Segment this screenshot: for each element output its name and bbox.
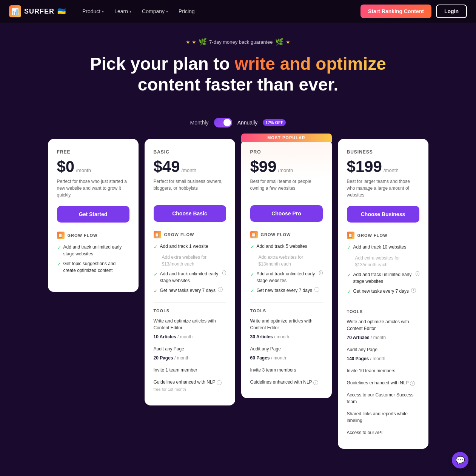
plan-name-business: BUSINESS [347,149,419,155]
tools-api-business: Access to our API [347,429,419,436]
start-ranking-button[interactable]: Start Ranking Content [360,5,431,18]
info-icon: i [217,380,222,385]
info-icon: i [313,380,318,385]
feature-item: ✓ Get new tasks every 7 days i [347,288,419,296]
check-icon: ✓ [57,261,61,268]
check-icon: ✓ [250,287,254,295]
tools-item: Audit any Page [347,346,419,353]
feature-item: ✓ Get new tasks every 7 days i [154,287,226,295]
grow-flow-icon: 📋 [57,232,65,239]
feature-item-disabled: Add extra websites for $13/month each [250,254,323,267]
logo[interactable]: 📊 SURFER 🇺🇦 [9,5,66,17]
nav-item-learn[interactable]: Learn ▾ [110,5,136,17]
billing-toggle-switch[interactable] [214,118,232,127]
divider [250,302,323,302]
tools-nlp-basic: Guidelines enhanced with NLP i free for … [154,379,226,393]
info-icon: i [416,271,419,276]
plan-card-basic: BASIC $49 /month Perfect for small busin… [145,139,235,405]
choose-business-button[interactable]: Choose Business [347,206,419,223]
info-icon: i [222,270,226,275]
check-icon: ✓ [347,288,351,296]
divider [154,302,226,302]
choose-pro-button[interactable]: Choose Pro [250,205,323,222]
feature-item: ✓ Add and track unlimited early stage we… [347,271,419,285]
tools-label-business: TOOLS [347,309,419,314]
check-icon: ✓ [250,271,254,278]
check-icon: ✓ [154,271,158,278]
plan-name-basic: BASIC [154,149,226,155]
feature-item: ✓ Get new tasks every 7 days i [250,287,323,295]
info-icon: i [314,287,319,292]
laurel-right-icon: 🌿 [275,38,283,46]
check-icon: ✓ [154,243,158,251]
info-icon: i [410,381,415,386]
divider [347,303,419,303]
check-icon: ✓ [347,272,351,279]
info-icon: i [411,288,416,293]
feature-item: ✓ Add and track unlimited early stage we… [250,270,323,284]
nav-item-product[interactable]: Product ▾ [78,5,108,17]
feature-item: ✓ Add and track 5 websites [250,243,323,251]
feature-item: ✓ Add and track unlimited early stage we… [154,270,226,284]
tools-articles-pro: 30 Articles / month [250,333,323,340]
tools-pages-pro: 60 Pages / month [250,355,323,361]
feature-item-disabled: Add extra websites for $13/month each [347,255,419,268]
chevron-down-icon: ▾ [129,9,131,14]
nav-item-company[interactable]: Company ▾ [137,5,173,17]
feature-item: ✓ Add and track unlimited early stage we… [57,244,129,257]
tools-team-basic: Invite 1 team member [154,367,226,373]
navbar: 📊 SURFER 🇺🇦 Product ▾ Learn ▾ Company ▾ … [0,0,476,23]
grow-flow-icon: 📋 [154,231,161,238]
plan-price-basic: $49 /month [154,158,226,176]
tools-success-business: Access to our Customer Success team [347,392,419,405]
grow-flow-icon: 📋 [347,232,354,239]
nav-item-pricing[interactable]: Pricing [174,5,199,17]
money-back-guarantee: ★ ★ 🌿 7-day money back guarantee 🌿 ★ [8,38,468,46]
choose-basic-button[interactable]: Choose Basic [154,205,226,222]
logo-text: SURFER [24,8,54,15]
grow-flow-label-basic: 📋 GROW FLOW [154,231,226,238]
tools-pages-business: 140 Pages / month [347,355,419,362]
hero-title: Pick your plan to write and optimize con… [8,54,468,95]
grow-flow-label-free: 📋 GROW FLOW [57,232,129,239]
plan-card-free: FREE $0 /month Perfect for those who jus… [48,139,139,292]
feature-list-basic: ✓ Add and track 1 website Add extra webs… [154,243,226,295]
feature-item: ✓ Add and track 1 website [154,243,226,251]
free-tag: free for 1st month [154,386,226,393]
billing-toggle: Monthly Annually 17% OFF [0,118,476,127]
tools-item: Write and optimize articles with Content… [250,318,323,331]
plan-name-free: FREE [57,149,129,155]
chat-icon: 💬 [456,456,465,465]
tools-nlp-business: Guidelines enhanced with NLP i [347,379,419,386]
tools-label-pro: TOOLS [250,309,323,313]
tools-pages-basic: 20 Pages / month [154,355,226,361]
plan-price-free: $0 /month [57,158,129,176]
tools-item: Write and optimize articles with Content… [154,318,226,331]
plan-card-business: BUSINESS $199 /month Best for larger tea… [338,139,428,449]
hero-section: ★ ★ 🌿 7-day money back guarantee 🌿 ★ Pic… [0,23,476,106]
feature-list-business: ✓ Add and track 10 websites Add extra we… [347,244,419,295]
monthly-label: Monthly [190,120,209,126]
plan-price-pro: $99 /month [250,158,323,176]
chat-bubble-button[interactable]: 💬 [452,452,468,468]
feature-item-disabled: Add extra websites for $13/month each [154,254,226,267]
grow-flow-label-pro: 📋 GROW FLOW [250,231,323,238]
plan-desc-pro: Best for small teams or people owning a … [250,178,323,198]
login-button[interactable]: Login [436,5,467,18]
feature-item: ✓ Get topic suggestions and create optim… [57,260,129,274]
tools-item: Audit any Page [250,345,323,352]
info-icon: i [218,287,223,292]
toggle-thumb [223,119,231,126]
nav-links: Product ▾ Learn ▾ Company ▾ Pricing [78,5,360,17]
plan-desc-business: Best for larger teams and those who mana… [347,178,419,198]
grow-flow-label-business: 📋 GROW FLOW [347,232,419,239]
star-icon-right: ★ [286,39,290,45]
nav-actions: Start Ranking Content Login [360,5,467,18]
tools-item: Audit any Page [154,345,226,352]
plan-card-pro: MOST POPULAR PRO $99 /month Best for sma… [241,139,332,398]
chevron-down-icon: ▾ [102,9,104,14]
info-icon: i [319,270,322,275]
feature-item: ✓ Add and track 10 websites [347,244,419,252]
tools-nlp-pro: Guidelines enhanced with NLP i [250,379,323,385]
get-started-button[interactable]: Get Started [57,206,129,223]
